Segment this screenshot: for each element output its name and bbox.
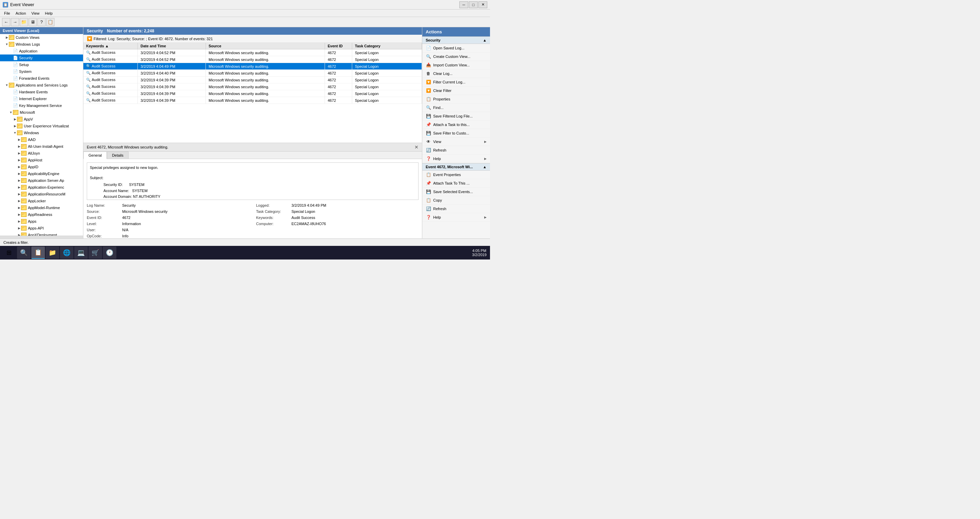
menu-help[interactable]: Help	[42, 11, 56, 16]
taskbar-powershell[interactable]: 💻	[74, 247, 88, 259]
tree-expander[interactable]: ▶	[17, 212, 21, 217]
tree-item-key-management-service[interactable]: 📄Key Management Service	[0, 102, 83, 109]
action-item-event-properties[interactable]: 📋Event Properties	[422, 171, 490, 179]
tree-item-custom-views[interactable]: ▶📁Custom Views	[0, 34, 83, 41]
col-header-eventid[interactable]: Event ID	[325, 43, 352, 49]
back-button[interactable]: ←	[2, 18, 10, 26]
table-row[interactable]: 🔍 Audit Success3/2/2019 4:04:39 PMMicros…	[83, 83, 422, 90]
tree-expander[interactable]	[9, 56, 13, 60]
actions-section-header[interactable]: Security▲	[422, 37, 490, 44]
tree-expander[interactable]: ▶	[17, 179, 21, 182]
tree-item-appv[interactable]: ▶📁AppV	[0, 116, 83, 123]
tree-expander[interactable]: ▶	[17, 192, 21, 196]
tree-item-security[interactable]: 📄Security	[0, 54, 83, 61]
tree-item-apps[interactable]: ▶📁Apps	[0, 218, 83, 225]
action-item-attach-task-to-this-[interactable]: 📌Attach Task To This ...	[422, 179, 490, 188]
col-header-source[interactable]: Source	[206, 43, 325, 49]
restore-button[interactable]: □	[469, 2, 478, 8]
action-item-save-selected-events[interactable]: 💾Save Selected Events...	[422, 188, 490, 196]
tree-expander[interactable]: ▶	[17, 172, 21, 176]
tree-item-system[interactable]: 📄System	[0, 68, 83, 75]
tree-item-applicabilityengine[interactable]: ▶📁ApplicabilityEngine	[0, 170, 83, 177]
table-body[interactable]: 🔍 Audit Success3/2/2019 4:04:52 PMMicros…	[83, 50, 422, 143]
table-row[interactable]: 🔍 Audit Success3/2/2019 4:04:40 PMMicros…	[83, 70, 422, 77]
tree-expander[interactable]: ▶	[17, 233, 21, 236]
tree-item-hardware-events[interactable]: 📄Hardware Events	[0, 89, 83, 95]
tree-expander[interactable]: ▶	[17, 137, 21, 142]
taskbar-folder[interactable]: 📁	[46, 247, 59, 259]
table-row[interactable]: 🔍 Audit Success3/2/2019 4:04:52 PMMicros…	[83, 50, 422, 56]
table-row[interactable]: 🔍 Audit Success3/2/2019 4:04:39 PMMicros…	[83, 90, 422, 97]
menu-file[interactable]: File	[2, 11, 13, 16]
event-body[interactable]: Special privileges assigned to new logon…	[83, 159, 422, 238]
tree-item-apphost[interactable]: ▶📁AppHost	[0, 156, 83, 163]
action-item-open-saved-log[interactable]: 📄Open Saved Log...	[422, 44, 490, 53]
event-text-box[interactable]: Special privileges assigned to new logon…	[87, 163, 418, 200]
close-button[interactable]: ✕	[479, 2, 487, 8]
tree-item-appmodel-runtime[interactable]: ▶📁AppModel-Runtime	[0, 204, 83, 211]
action-item-clear-filter[interactable]: 🔽Clear Filter	[422, 86, 490, 95]
tree-expander[interactable]: ▼	[5, 42, 9, 46]
action-item-import-custom-view[interactable]: 📥Import Custom View...	[422, 61, 490, 69]
tree-item-windows-logs[interactable]: ▼📁Windows Logs	[0, 41, 83, 48]
action-item-copy[interactable]: 📋Copy	[422, 196, 490, 205]
action-item-properties[interactable]: 📋Properties	[422, 95, 490, 104]
tree-item-appreadiness[interactable]: ▶📁AppReadiness	[0, 211, 83, 218]
tree-expander[interactable]: ▶	[17, 185, 21, 189]
taskbar-edge[interactable]: 🌐	[60, 247, 73, 259]
forward-button[interactable]: →	[11, 18, 19, 26]
taskbar-search[interactable]: 🔍	[17, 247, 30, 259]
action-item-clear-log[interactable]: 🗑Clear Log...	[422, 69, 490, 78]
tree-item-application-experienc[interactable]: ▶📁Application-Experienc	[0, 184, 83, 191]
tree-item-forwarded-events[interactable]: 📄Forwarded Events	[0, 75, 83, 82]
close-detail-button[interactable]: ✕	[414, 144, 418, 150]
tree-expander[interactable]: ▼	[9, 110, 13, 115]
action-item-view[interactable]: 👁View▶	[422, 137, 490, 146]
tree-expander[interactable]: ▶	[17, 165, 21, 169]
action-item-attach-a-task-to-this[interactable]: 📌Attach a Task to this...	[422, 121, 490, 129]
col-header-keywords[interactable]: Keywords ▲	[83, 43, 138, 49]
tree-item-applications-and-services-logs[interactable]: ▼📁Applications and Services Logs	[0, 82, 83, 89]
tree-expander[interactable]	[9, 90, 13, 94]
taskbar-event-viewer[interactable]: 📋	[31, 247, 45, 259]
tree-expander[interactable]	[9, 76, 13, 80]
tree-expander[interactable]: ▶	[13, 117, 17, 121]
tree-expander[interactable]: ▶	[17, 158, 21, 162]
minimize-button[interactable]: ─	[460, 2, 468, 8]
tree-expander[interactable]: ▶	[17, 219, 21, 224]
tree-expander[interactable]: ▼	[5, 83, 9, 87]
tree-item-applicationresourcem[interactable]: ▶📁ApplicationResourceM	[0, 191, 83, 198]
col-header-taskcategory[interactable]: Task Category	[352, 43, 422, 49]
tree-item-appid[interactable]: ▶📁AppID	[0, 163, 83, 170]
action-item-refresh[interactable]: 🔄Refresh	[422, 205, 490, 213]
tree-expander[interactable]	[9, 63, 13, 67]
tree-item-windows[interactable]: ▼📁Windows	[0, 129, 83, 136]
tree-content[interactable]: ▶📁Custom Views▼📁Windows Logs📄Application…	[0, 34, 83, 236]
tree-item-applocker[interactable]: ▶📁AppLocker	[0, 198, 83, 204]
tree-item-application-server-ap[interactable]: ▶📁Application Server-Ap	[0, 177, 83, 184]
tab-details[interactable]: Details	[107, 152, 129, 159]
tree-expander[interactable]	[9, 49, 13, 53]
tree-expander[interactable]	[9, 69, 13, 73]
action-item-filter-current-log[interactable]: 🔽Filter Current Log...	[422, 78, 490, 86]
open-log-button[interactable]: 📁	[20, 18, 28, 26]
local-computer-button[interactable]: 🖥	[29, 18, 37, 26]
tree-expander[interactable]	[9, 104, 13, 108]
action-item-find[interactable]: 🔍Find...	[422, 104, 490, 112]
action-item-refresh[interactable]: 🔄Refresh	[422, 146, 490, 155]
actions-section-header[interactable]: Event 4672, Microsoft Wi...▲	[422, 163, 490, 171]
tree-expander[interactable]: ▶	[17, 206, 21, 210]
tree-item-application[interactable]: 📄Application	[0, 48, 83, 54]
action-item-create-custom-view[interactable]: 🔍Create Custom View...	[422, 53, 490, 61]
col-header-datetime[interactable]: Date and Time	[138, 43, 206, 49]
menu-action[interactable]: Action	[13, 11, 29, 16]
tree-expander[interactable]	[9, 97, 13, 101]
tree-item-apps-api[interactable]: ▶📁Apps-API	[0, 225, 83, 232]
tree-item-internet-explorer[interactable]: 📄Internet Explorer	[0, 95, 83, 102]
tree-item-aad[interactable]: ▶📁AAD	[0, 136, 83, 143]
tree-horizontal-scroll[interactable]	[0, 236, 83, 238]
table-row[interactable]: 🔍 Audit Success3/2/2019 4:04:39 PMMicros…	[83, 97, 422, 104]
menu-view[interactable]: View	[29, 11, 42, 16]
tree-item-microsoft[interactable]: ▼📁Microsoft	[0, 109, 83, 116]
tree-item-alljoyn[interactable]: ▶📁AllJoyn	[0, 150, 83, 156]
